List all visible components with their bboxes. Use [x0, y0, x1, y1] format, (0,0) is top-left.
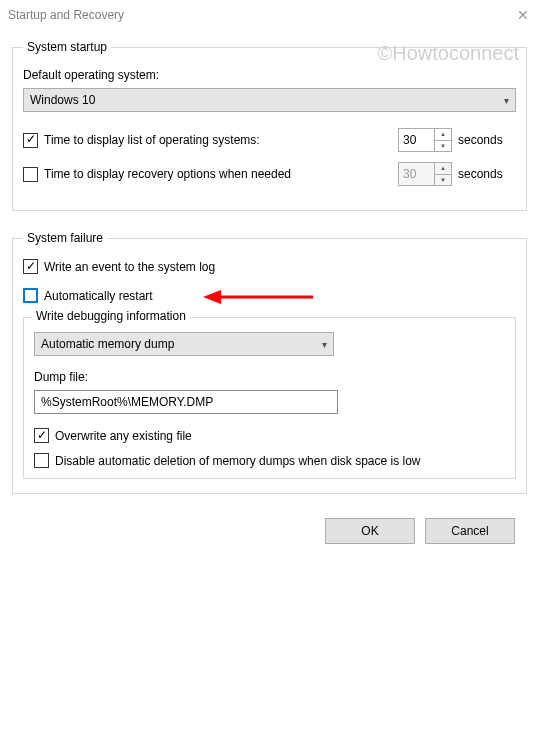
row-write-event: Write an event to the system log	[23, 259, 516, 274]
group-write-debug: Write debugging information Automatic me…	[23, 317, 516, 479]
titlebar: Startup and Recovery ✕	[0, 0, 539, 30]
chevron-down-icon: ▾	[322, 339, 327, 350]
row-time-recovery: Time to display recovery options when ne…	[23, 162, 516, 186]
default-os-value: Windows 10	[30, 93, 95, 107]
spinner-time-recovery-value: 30	[399, 163, 435, 185]
row-overwrite: Overwrite any existing file	[34, 428, 505, 443]
group-system-startup: System startup Default operating system:…	[12, 40, 527, 211]
checkbox-auto-restart[interactable]	[23, 288, 38, 303]
checkbox-write-event[interactable]	[23, 259, 38, 274]
window-title: Startup and Recovery	[8, 8, 124, 22]
dump-file-value: %SystemRoot%\MEMORY.DMP	[41, 395, 213, 409]
label-time-list: Time to display list of operating system…	[44, 133, 362, 147]
spinner-up-icon: ▲	[435, 163, 451, 175]
group-write-debug-legend: Write debugging information	[32, 309, 190, 323]
default-os-label: Default operating system:	[23, 68, 516, 82]
label-time-recovery: Time to display recovery options when ne…	[44, 167, 362, 181]
group-system-failure: System failure Write an event to the sys…	[12, 231, 527, 494]
checkbox-time-list[interactable]	[23, 133, 38, 148]
spinner-down-icon[interactable]: ▼	[435, 141, 451, 152]
chevron-down-icon: ▾	[504, 95, 509, 106]
checkbox-overwrite[interactable]	[34, 428, 49, 443]
label-auto-restart: Automatically restart	[44, 289, 153, 303]
dump-file-label: Dump file:	[34, 370, 505, 384]
cancel-button[interactable]: Cancel	[425, 518, 515, 544]
label-write-event: Write an event to the system log	[44, 260, 215, 274]
dialog-body: System startup Default operating system:…	[0, 30, 539, 556]
debug-type-value: Automatic memory dump	[41, 337, 174, 351]
dialog-button-row: OK Cancel	[12, 514, 527, 544]
spinner-time-recovery: 30 ▲ ▼	[398, 162, 452, 186]
spinner-time-list-value: 30	[399, 129, 435, 151]
checkbox-time-recovery[interactable]	[23, 167, 38, 182]
group-system-startup-legend: System startup	[23, 40, 111, 54]
default-os-select[interactable]: Windows 10 ▾	[23, 88, 516, 112]
spinner-time-list[interactable]: 30 ▲ ▼	[398, 128, 452, 152]
row-time-list: Time to display list of operating system…	[23, 128, 516, 152]
group-system-failure-legend: System failure	[23, 231, 107, 245]
spinner-up-icon[interactable]: ▲	[435, 129, 451, 141]
row-disable-delete: Disable automatic deletion of memory dum…	[34, 453, 505, 468]
seconds-label-2: seconds	[458, 167, 516, 181]
dump-file-input[interactable]: %SystemRoot%\MEMORY.DMP	[34, 390, 338, 414]
label-overwrite: Overwrite any existing file	[55, 429, 192, 443]
label-disable-delete: Disable automatic deletion of memory dum…	[55, 454, 505, 468]
row-auto-restart: Automatically restart	[23, 288, 516, 303]
svg-marker-1	[203, 290, 221, 304]
checkbox-disable-delete[interactable]	[34, 453, 49, 468]
debug-type-select[interactable]: Automatic memory dump ▾	[34, 332, 334, 356]
annotation-arrow-icon	[203, 287, 313, 307]
seconds-label-1: seconds	[458, 133, 516, 147]
ok-button[interactable]: OK	[325, 518, 415, 544]
close-icon[interactable]: ✕	[499, 7, 529, 23]
spinner-down-icon: ▼	[435, 175, 451, 186]
